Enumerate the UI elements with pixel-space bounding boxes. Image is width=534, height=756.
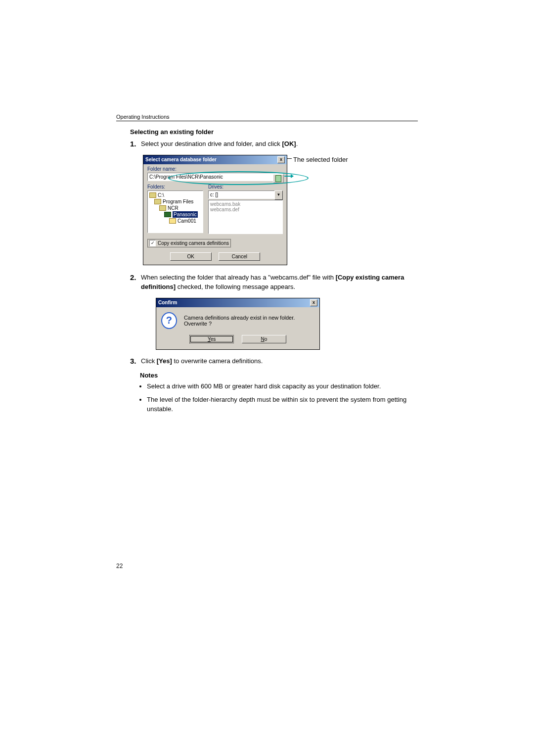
step-2: 2. When selecting the folder that alread… [130, 273, 418, 292]
note-item: The level of the folder-hierarchy depth … [147, 395, 418, 414]
drive-value[interactable] [208, 190, 274, 199]
confirm-dialog: Confirm x ? Camera definitions already e… [156, 298, 320, 350]
section-title: Selecting an existing folder [130, 128, 418, 136]
tree-panasonic: Panasonic [173, 211, 198, 218]
close-icon[interactable]: x [277, 156, 285, 163]
page-number: 22 [116, 563, 418, 569]
step3-bold: [Yes] [157, 357, 172, 365]
page-content: Operating Instructions Selecting an exis… [116, 114, 418, 569]
dialog2-titlebar: Confirm x [156, 298, 319, 307]
confirm-message: Camera definitions already exist in new … [184, 315, 314, 327]
question-icon: ? [161, 312, 177, 329]
folder-tree[interactable]: C:\ Program Files NCR Panasonic Cam001 [147, 190, 203, 233]
folder-open-icon [154, 199, 161, 204]
file-row: webcams.def [210, 207, 281, 212]
folder-name-label: Folder name: [147, 166, 283, 173]
tree-c: C:\ [158, 192, 164, 198]
drives-label: Drives: [208, 184, 283, 189]
drive-select[interactable]: ▼ [208, 190, 283, 199]
folders-label: Folders: [147, 184, 203, 189]
folder-open-icon [159, 205, 166, 211]
cancel-button[interactable]: Cancel [219, 252, 260, 261]
step-1: 1. Select your destination drive and fol… [130, 140, 418, 149]
copy-definitions-checkbox[interactable]: ✓ Copy existing camera definitions [147, 239, 231, 247]
dialog1-title: Select camera database folder [145, 157, 217, 162]
close-icon[interactable]: x [310, 299, 317, 306]
notes-list: Select a drive with 600 MB or greater ha… [147, 382, 418, 414]
header-rule [116, 121, 418, 121]
step2-pre: When selecting the folder that already h… [141, 274, 336, 281]
ok-button[interactable]: OK [170, 252, 212, 261]
note-item: Select a drive with 600 MB or greater ha… [147, 382, 418, 391]
folder-selected-icon [164, 212, 171, 217]
copy-definitions-label: Copy existing camera definitions [158, 240, 229, 246]
step-text: When selecting the folder that already h… [141, 273, 418, 292]
file-list: webcams.bak webcams.def [208, 200, 283, 234]
step-number: 2. [130, 273, 139, 292]
running-head: Operating Instructions [116, 114, 418, 120]
folder-open-icon [149, 192, 156, 198]
step-text: Select your destination drive and folder… [141, 140, 418, 149]
database-icon[interactable] [273, 174, 284, 183]
step3-post: to overwrite camera definitions. [172, 357, 263, 365]
callout-selected-folder: The selected folder [293, 155, 348, 163]
dialog1-titlebar: Select camera database folder x [143, 155, 287, 164]
file-row: webcams.bak [210, 201, 281, 207]
notes-heading: Notes [140, 372, 418, 379]
tree-pf: Program Files [163, 198, 193, 205]
step-3: 3. Click [Yes] to overwrite camera defin… [130, 357, 418, 366]
dialog2-title: Confirm [158, 300, 177, 305]
step1-pre: Select your destination drive and folder… [141, 140, 282, 147]
step1-post: . [296, 140, 298, 147]
step2-post: checked, the following message appears. [176, 283, 295, 290]
folder-icon [169, 218, 176, 224]
folder-name-input[interactable] [147, 173, 283, 181]
tree-ncr: NCR [168, 205, 178, 211]
step-number: 1. [130, 140, 139, 149]
dialog1-wrapper: Select camera database folder x Folder n… [143, 155, 418, 265]
select-folder-dialog: Select camera database folder x Folder n… [143, 155, 287, 265]
step1-bold: [OK] [282, 140, 296, 147]
step-text: Click [Yes] to overwrite camera definiti… [141, 357, 418, 366]
chevron-down-icon[interactable]: ▼ [274, 190, 283, 200]
yes-button[interactable]: Yes [189, 335, 234, 343]
step3-pre: Click [141, 357, 157, 365]
no-button[interactable]: No [242, 335, 286, 343]
tree-cam001: Cam001 [178, 218, 196, 224]
step-number: 3. [130, 357, 139, 366]
checkbox-icon[interactable]: ✓ [149, 240, 156, 246]
